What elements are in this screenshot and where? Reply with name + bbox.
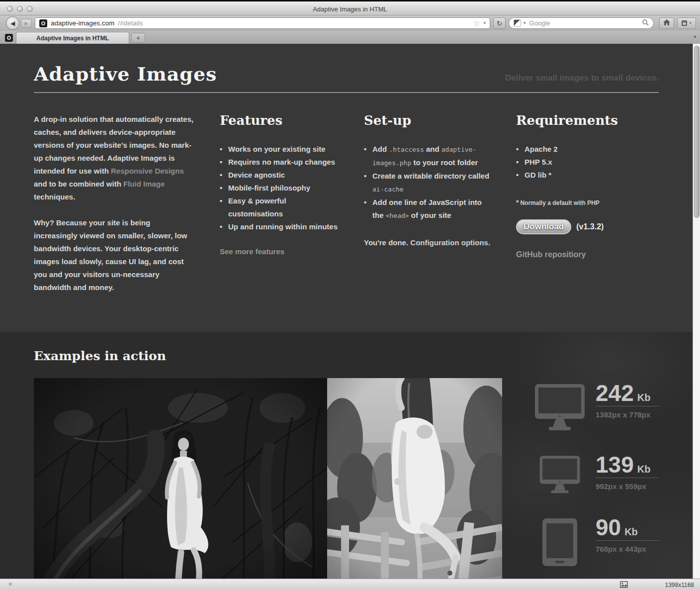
ai-cache-code: ai-cache [372, 186, 404, 193]
site-favicon [39, 19, 47, 27]
stat-unit: Kb [637, 464, 651, 475]
close-addon-bar-icon[interactable]: ✕ [8, 582, 12, 587]
intro-text: techniques. [34, 193, 75, 201]
tagline: Deliver small images to small devices. [505, 73, 659, 83]
back-button[interactable]: ◀ [6, 16, 19, 30]
panel-dropdown-icon: ▾ [689, 21, 692, 25]
desktop-monitor-icon [534, 383, 586, 433]
home-icon [663, 19, 671, 28]
hero-section: Adaptive Images Deliver small images to … [0, 44, 693, 332]
version-label: (v1.3.2) [576, 222, 604, 231]
footnote-text: Normally a default with PHP [520, 199, 599, 206]
examples-heading: Examples in action [34, 349, 659, 363]
resolution-meter-icon [620, 581, 628, 590]
requirements-heading: Requirements [516, 113, 642, 128]
setup-heading: Set-up [364, 113, 491, 128]
magnifier-icon[interactable] [642, 19, 649, 28]
done-paragraph: You're done. Configuration options. [364, 236, 491, 249]
done-text: . [488, 238, 490, 247]
features-list: Works on your existing site Requires no … [220, 143, 340, 233]
home-button[interactable] [659, 17, 674, 29]
intro-text: A drop-in solution that automatically cr… [34, 115, 193, 175]
stat-tablet: 90 Kb 768px x 443px [534, 517, 659, 567]
stat-text: 242 Kb 1382px x 778px [596, 383, 659, 419]
example-photo-fence [327, 378, 502, 579]
setup-text: Create a writable directory called [372, 172, 489, 180]
size-stats: 242 Kb 1382px x 778px [534, 378, 659, 567]
address-dropdown-icon[interactable]: ▾ [483, 21, 486, 25]
responsive-designs-link[interactable]: Responsive Designs [111, 167, 184, 175]
new-tab-button[interactable]: + [131, 33, 145, 43]
search-engine-dropdown-icon[interactable]: ▾ [524, 21, 526, 25]
forward-button[interactable]: ▶ [21, 19, 32, 28]
bookmark-star-icon[interactable]: ☆ [473, 19, 480, 27]
search-bar[interactable]: g ▾ [509, 17, 654, 29]
web-page: Adaptive Images Deliver small images to … [0, 44, 693, 579]
htaccess-code: .htaccess [389, 146, 424, 153]
back-icon: ◀ [10, 20, 15, 27]
stat-text: 90 Kb 768px x 443px [596, 517, 659, 553]
stat-desktop-small: 139 Kb 992px x 559px [534, 455, 659, 495]
list-all-tabs-icon[interactable]: ▾ [694, 35, 696, 39]
fluid-image-link[interactable]: Fluid Image [123, 180, 165, 188]
footnote: *Normally a default with PHP [516, 198, 642, 206]
setup-text: of your site [409, 211, 451, 219]
list-item: Create a writable directory called ai-ca… [364, 170, 491, 196]
download-row: Download (v1.3.2) [516, 219, 642, 234]
address-bar[interactable]: adaptive-images.com /#details ☆ ▾ [35, 17, 490, 29]
bookmarks-panel-button[interactable]: ▾ [677, 17, 696, 29]
configuration-options-link[interactable]: Configuration options [410, 238, 488, 247]
scrollbar-thumb[interactable] [694, 46, 700, 218]
setup-column: Set-up Add .htaccess and adaptive-images… [364, 113, 491, 307]
features-heading: Features [220, 113, 340, 128]
download-button[interactable]: Download [516, 219, 571, 234]
window-title: Adaptive Images in HTML [0, 5, 700, 13]
intro-paragraph-1: A drop-in solution that automatically cr… [34, 113, 194, 203]
stat-size: 90 [596, 517, 621, 538]
list-item: Add one line of JavaScript into the <hea… [364, 196, 491, 222]
examples-row: 242 Kb 1382px x 778px [34, 378, 659, 579]
list-item: PHP 5.x [516, 156, 642, 169]
tab-title: Adaptive Images in HTML [36, 35, 109, 42]
list-item: Mobile-first philosophy [220, 182, 340, 195]
stat-text: 139 Kb 992px x 559px [596, 455, 659, 491]
setup-text: Add [372, 145, 389, 153]
forward-icon: ▶ [25, 21, 28, 26]
stat-size-row: 90 Kb [596, 517, 659, 541]
resolution-readout: 1398x1168 [665, 582, 695, 589]
page-viewport: Adaptive Images Deliver small images to … [0, 44, 700, 579]
stat-dimensions: 992px x 559px [596, 482, 659, 491]
url-fragment: /#details [118, 19, 143, 27]
setup-text: to your root folder [411, 158, 478, 167]
requirements-list: Apache 2 PHP 5.x GD lib * [516, 143, 642, 182]
panel-icon [682, 20, 687, 26]
list-item: Apache 2 [516, 143, 642, 156]
footnote-star: * [516, 198, 519, 206]
examples-section: Examples in action [0, 332, 693, 579]
search-input[interactable] [528, 19, 639, 27]
app-tab[interactable] [2, 33, 15, 43]
header-row: Adaptive Images Deliver small images to … [34, 63, 659, 93]
tab-adaptive-images[interactable]: Adaptive Images in HTML [16, 32, 129, 44]
reload-button[interactable]: ↻ [493, 17, 506, 29]
small-monitor-icon [534, 455, 586, 495]
tab-bar: Adaptive Images in HTML + ▾ [0, 31, 700, 44]
done-text: You're done. [364, 238, 410, 247]
intro-text: and to be combined with [34, 180, 123, 188]
github-repository-link[interactable]: GitHub repositiory [516, 250, 586, 259]
scrollbar-track[interactable] [693, 44, 700, 579]
stat-desktop-large: 242 Kb 1382px x 778px [534, 383, 659, 433]
features-column: Features Works on your existing site Req… [220, 113, 340, 307]
see-more-features-link[interactable]: See more features [220, 247, 284, 256]
stat-size: 242 [596, 383, 634, 403]
stat-dimensions: 1382px x 778px [596, 410, 659, 419]
list-item: Up and running within minutes [220, 220, 340, 233]
list-item: Requires no mark-up changes [220, 156, 340, 169]
tablet-icon [534, 517, 586, 567]
stat-size-row: 242 Kb [596, 383, 659, 406]
plus-icon: + [136, 34, 140, 42]
status-bar: ✕ 1398x1168 [0, 579, 700, 590]
list-item: Works on your existing site [220, 143, 340, 156]
stat-unit: Kb [637, 392, 651, 403]
intro-column: A drop-in solution that automatically cr… [34, 113, 194, 307]
